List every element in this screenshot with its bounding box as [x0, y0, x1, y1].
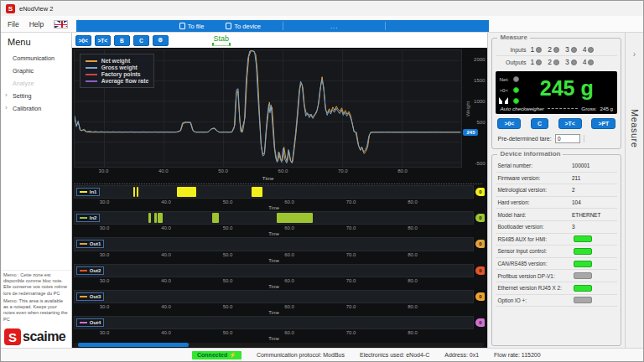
- device-info-label: Firmware version:: [497, 175, 572, 181]
- track-swatch: [80, 243, 87, 245]
- sidebar-items: CommunicationGraphicAnalyze›Setting›Cali…: [1, 52, 71, 270]
- divider: [283, 22, 283, 30]
- chart-legend: Net weightGross weightFactory pointsAver…: [80, 54, 154, 88]
- legend-swatch: [86, 60, 97, 62]
- legend-entry: Average flow rate: [86, 78, 148, 84]
- memo-notepad[interactable]: Memo : Cette zone est disponible comme b…: [1, 270, 71, 326]
- status-item: Communication protocol: ModBus: [257, 352, 345, 358]
- output-1: 1: [530, 58, 542, 66]
- input-led-1: [536, 47, 542, 53]
- status-item: Address: 0x1: [444, 352, 479, 358]
- x-tick-label: 50.0: [223, 225, 233, 230]
- status-indicator-gray: [574, 272, 592, 279]
- x-tick-label: 60.0: [284, 252, 294, 257]
- device-info-groupbox: Device information Serial number:100001F…: [491, 154, 621, 346]
- signal-bar: [133, 187, 135, 197]
- track-out2: Out2030.040.050.060.070.080.0Time: [74, 264, 488, 290]
- auto-checkweigher-label: Auto checkweigher: [500, 106, 543, 111]
- x-tick-label: 40.0: [161, 304, 171, 309]
- measure-button-C[interactable]: C: [531, 118, 548, 129]
- tare-label: Pre-determined tare:: [497, 136, 551, 142]
- outputs-row: Outputs 1234: [496, 56, 617, 68]
- measure-panel: Measure Inputs 1234 Outputs 1234 Net:: [487, 33, 625, 348]
- weight-value: 245 g: [519, 74, 614, 105]
- device-info-row: Serial number:100001: [496, 160, 617, 173]
- track-lane-out3[interactable]: Out30: [74, 290, 475, 303]
- output-led-1: [536, 59, 542, 65]
- io-number: 4: [583, 58, 587, 66]
- track-swatch: [80, 270, 87, 272]
- track-value-badge: 0: [475, 266, 485, 275]
- sidebar-item-calibration[interactable]: ›Calibration: [1, 102, 71, 115]
- signal-bar: [177, 187, 196, 197]
- to-file-button[interactable]: To file: [179, 23, 205, 30]
- measure-vertical-tab[interactable]: Measure: [630, 109, 640, 147]
- sidebar-item-communication[interactable]: Communication: [1, 52, 71, 65]
- brand-logo: S scaime: [1, 326, 71, 346]
- signal-bar: [212, 213, 219, 223]
- collapse-chevron-icon[interactable]: ›: [633, 49, 636, 59]
- scrollbar-thumb[interactable]: [78, 343, 189, 347]
- weight-plot-area[interactable]: Net weightGross weightFactory pointsAver…: [74, 49, 463, 168]
- device-info-label: Metrological version:: [497, 187, 572, 193]
- track-swatch: [80, 322, 87, 323]
- x-tick-label: 40.0: [161, 225, 171, 230]
- x-tick-label: 70.0: [338, 168, 348, 173]
- sidebar-item-setting[interactable]: ›Setting: [1, 90, 71, 102]
- menu-bar: File Help English ▾ To file To device ..…: [1, 16, 643, 33]
- status-item: Flow rate: 115200: [494, 352, 541, 358]
- toolbar-button-T[interactable]: >T<: [95, 35, 111, 46]
- track-time-label: Time: [74, 205, 475, 211]
- output-2: 2: [548, 58, 559, 66]
- y-tick-label: -500: [475, 161, 485, 166]
- track-lane-out1[interactable]: Out10: [74, 237, 475, 251]
- track-value-badge: 0: [475, 318, 485, 327]
- device-info-row: Option IO +:: [496, 295, 617, 308]
- to-device-button[interactable]: To device: [226, 23, 261, 30]
- x-tick-label: 30.0: [99, 168, 109, 173]
- track-value-badge: 0: [475, 214, 485, 222]
- track-lane-out2[interactable]: Out20: [74, 264, 475, 277]
- track-time-label: Time: [74, 258, 475, 264]
- weight-x-axis: 30.040.050.060.070.080.0: [74, 168, 463, 175]
- track-out3: Out3030.040.050.060.070.080.0Time: [74, 290, 488, 316]
- toolbar-button-C[interactable]: C: [133, 35, 149, 46]
- menu-help[interactable]: Help: [29, 20, 44, 28]
- track-in1: In1030.040.050.060.070.080.0Time: [74, 185, 488, 211]
- signal-bar: [252, 187, 263, 197]
- track-label-chip: In1: [76, 188, 101, 196]
- device-info-row: Metrological version:2: [496, 184, 617, 197]
- track-name: Out1: [90, 241, 101, 246]
- toolbar-button-0[interactable]: >0<: [75, 35, 91, 46]
- signal-bar: [158, 213, 163, 223]
- horizontal-scrollbar[interactable]: [74, 343, 485, 347]
- device-info-row: Hard version:104: [496, 197, 617, 209]
- zero-label: >0<: [499, 87, 511, 93]
- device-info-row: Sensor input control:: [496, 246, 617, 258]
- measure-button-0[interactable]: >0<: [497, 118, 521, 129]
- weight-y-axis: Weight 200015001000500-500245: [462, 49, 487, 168]
- output-3: 3: [565, 58, 577, 66]
- track-label-chip: Out1: [76, 240, 105, 248]
- measure-button-PT[interactable]: >PT: [591, 118, 615, 129]
- more-button[interactable]: ...: [305, 23, 363, 30]
- x-tick-label: 80.0: [408, 252, 418, 257]
- x-tick-label: 30.0: [100, 278, 110, 283]
- tare-input[interactable]: [555, 134, 580, 143]
- track-time-label: Time: [74, 310, 475, 316]
- x-tick-label: 60.0: [284, 225, 294, 230]
- divider: [74, 184, 483, 184]
- track-lane-out4[interactable]: Out40: [74, 316, 475, 329]
- legend-label: Average flow rate: [101, 78, 148, 84]
- settings-gear-button[interactable]: ⚙: [153, 35, 169, 46]
- stable-led: [513, 98, 519, 104]
- toolbar-button-B[interactable]: B: [114, 35, 130, 46]
- track-lane-in2[interactable]: In20: [74, 211, 475, 225]
- device-info-label: Sensor input control:: [497, 248, 574, 254]
- measure-button-T[interactable]: >T<: [558, 118, 582, 129]
- track-swatch: [80, 191, 87, 193]
- net-label: Net:: [499, 76, 511, 82]
- menu-file[interactable]: File: [8, 20, 19, 28]
- sidebar-item-graphic[interactable]: Graphic: [1, 65, 71, 77]
- track-lane-in1[interactable]: In10: [74, 185, 475, 199]
